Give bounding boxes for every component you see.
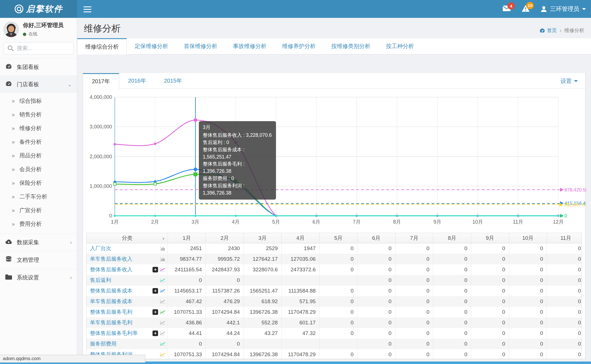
metric-link-单车售后服务收入[interactable]: 单车售后服务收入 [90,255,160,263]
cell [244,339,282,349]
sidebar-toggle-icon[interactable] [81,4,94,15]
line-chart-icon[interactable] [160,331,165,336]
sidebar-subitem-综合指标[interactable]: »综合指标 [0,94,77,108]
sidebar-subitem-保险分析[interactable]: »保险分析 [0,176,77,190]
sidebar-item-group-board[interactable]: 集团看板 [0,59,77,76]
table-row: 整体售后服务成本+1145653.171157387.261565251.471… [87,286,582,296]
sidebar-item-store-board[interactable]: 门店看板⌄ [0,76,77,93]
sidebar-subitem-广宣分析[interactable]: »广宣分析 [0,203,77,217]
cell: 0 [547,286,582,296]
metric-link-入厂台次[interactable]: 入厂台次 [90,245,160,252]
col-header-6月: 6月 [357,233,395,243]
tab-事故维修分析[interactable]: 事故维修分析 [225,38,274,54]
sidebar-item-data-collect: 数据采集‹ [0,234,77,251]
line-chart-icon[interactable] [160,267,165,272]
chart-canvas[interactable]: 01,000,0002,000,0003,000,0004,000,000878… [86,89,586,232]
expand-plus-icon[interactable]: + [152,331,158,336]
cell: 442.1 [206,317,244,328]
expand-plus-icon[interactable]: + [152,267,158,272]
sidebar-subitem-费用分析[interactable]: »费用分析 [0,217,77,231]
cell: 43.27 [244,328,282,339]
cell: 467.42 [168,296,206,307]
svg-text:2月: 2月 [151,219,159,225]
metric-link-服务部费用[interactable]: 服务部费用 [90,340,160,348]
sidebar-subitem-会员分析[interactable]: »会员分析 [0,162,77,176]
cell: 0 [320,286,358,296]
sidebar-item-sys-settings[interactable]: 系统设置‹ [0,269,77,286]
analysis-tabs: 维修综合分析定保维修分析首保维修分析事故维修分析维修养护分析按维修类别分析按工种… [77,38,591,54]
messages-icon[interactable]: 4 [502,5,511,13]
bar-chart-icon[interactable] [160,246,165,251]
cell: 0 [433,307,471,317]
bar-chart-icon[interactable] [160,257,165,262]
user-menu[interactable]: 三环管理员 [540,5,586,13]
angle-double-right-icon: » [12,152,15,159]
metric-link-单车售后服务毛利[interactable]: 单车售后服务毛利 [90,319,160,326]
line-chart-icon[interactable] [160,310,165,315]
main-content: 维修分析 首页 › 维修分析 维修综合分析定保维修分析首保维修分析事故维修分析维… [77,18,591,364]
year-tab-2015年[interactable]: 2015年 [155,73,191,88]
sidebar-subitem-二手车分析[interactable]: »二手车分析 [0,190,77,203]
sidebar-item-doc-manage[interactable]: 文档管理 [0,251,77,269]
line-chart-icon[interactable] [160,320,165,325]
tab-首保维修分析[interactable]: 首保维修分析 [176,38,225,54]
breadcrumb-home-link[interactable]: 首页 [540,27,557,34]
tab-按维修类别分析[interactable]: 按维修类别分析 [323,38,378,54]
cell: 0 [471,254,509,264]
top-navbar: 启擎软件 4 10 三环管理员 [0,0,591,18]
line-chart-icon[interactable] [160,352,165,357]
line-chart-icon[interactable] [160,278,165,283]
user-icon [540,6,547,12]
cell: 0 [547,243,582,254]
sidebar-subitem-用品分析[interactable]: »用品分析 [0,149,77,162]
metric-link-整体售后服务毛利率[interactable]: 整体售后服务毛利率 [90,330,152,337]
cell: 571.95 [282,296,320,307]
metric-link-单车售后服务成本[interactable]: 单车售后服务成本 [90,298,160,305]
line-chart-icon[interactable] [160,299,165,304]
tab-按工种分析[interactable]: 按工种分析 [378,38,422,54]
cell: 0 [471,328,509,339]
expand-plus-icon[interactable]: + [152,288,158,294]
monthly-data-table-wrap: 分类∨1月2月3月4月5月6月7月8月9月10月11月12月入厂台次245124… [86,233,582,360]
col-header-8月: 8月 [433,233,471,243]
metric-link-整体售后服务毛利[interactable]: 整体售后服务毛利 [90,308,152,316]
app-logo[interactable]: 启擎软件 [0,0,77,18]
cell: 0 [357,317,395,328]
metric-link-整体售后服务成本[interactable]: 整体售后服务成本 [90,287,152,294]
database-icon [5,256,12,264]
svg-text:0: 0 [564,213,567,219]
alerts-icon[interactable]: 10 [521,5,530,13]
alerts-badge: 10 [526,2,534,9]
cell: 0 [320,349,358,360]
tab-维修养护分析[interactable]: 维修养护分析 [274,38,323,54]
cell: 1396726.38 [244,307,282,317]
sidebar-item-data-collect[interactable]: 数据采集‹ [0,234,77,251]
expand-plus-icon[interactable]: + [152,309,158,315]
sidebar-subitem-备件分析[interactable]: »备件分析 [0,135,77,149]
year-tab-2017年[interactable]: 2017年 [83,73,119,89]
cell: 0 [357,275,395,286]
settings-dropdown[interactable]: 设置 [561,73,578,89]
tab-定保维修分析[interactable]: 定保维修分析 [127,38,176,54]
svg-text:3月: 3月 [192,219,199,225]
angle-double-right-icon: » [12,166,15,173]
angle-double-right-icon: » [12,221,15,227]
col-header-分类[interactable]: 分类∨ [87,233,168,243]
metric-link-售后返利[interactable]: 售后返利 [90,277,160,284]
line-chart-icon[interactable] [160,289,165,293]
cell: 0 [509,275,547,286]
cell: 0 [168,339,206,349]
angle-double-right-icon: » [12,98,15,104]
cell: 0 [547,264,582,275]
year-tab-2016年[interactable]: 2016年 [119,73,155,88]
cell: 0 [395,328,433,339]
chevron-down-icon[interactable]: ∨ [162,236,165,241]
sidebar-item-group-board: 集团看板 [0,58,77,76]
line-chart-icon[interactable] [160,342,165,346]
cell: 0 [509,317,547,328]
sidebar-subitem-维修分析[interactable]: »维修分析 [0,121,77,135]
metric-link-整体售后服务收入[interactable]: 整体售后服务收入 [90,266,152,273]
sidebar-subitem-销售分析[interactable]: »销售分析 [0,108,77,121]
cell: 0 [509,307,547,317]
tab-维修综合分析[interactable]: 维修综合分析 [77,38,127,54]
